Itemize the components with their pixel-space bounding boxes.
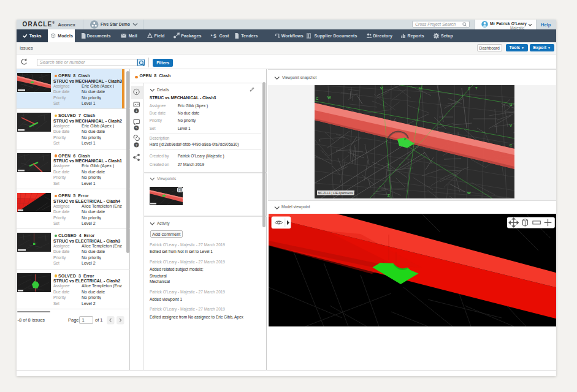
svg-text:W: W (327, 96, 331, 99)
svg-text:U: U (419, 86, 421, 90)
svg-text:2: 2 (136, 143, 137, 147)
svg-text:$: $ (213, 33, 216, 39)
svg-text:C: C (510, 143, 513, 147)
svg-text:Z: Z (388, 194, 390, 197)
svg-text:T: T (475, 86, 478, 90)
svg-text:W: W (467, 191, 471, 195)
svg-text:V: V (510, 124, 512, 127)
svg-text:U: U (510, 103, 512, 107)
svg-text:MC-Z1-L1 | L2E Apartments [2]: MC-Z1-L1 | L2E Apartments [2] (318, 191, 357, 194)
svg-text:V: V (380, 86, 383, 90)
svg-text:1: 1 (136, 109, 137, 113)
svg-text:5: 5 (136, 126, 137, 130)
svg-text:C: C (316, 97, 319, 100)
